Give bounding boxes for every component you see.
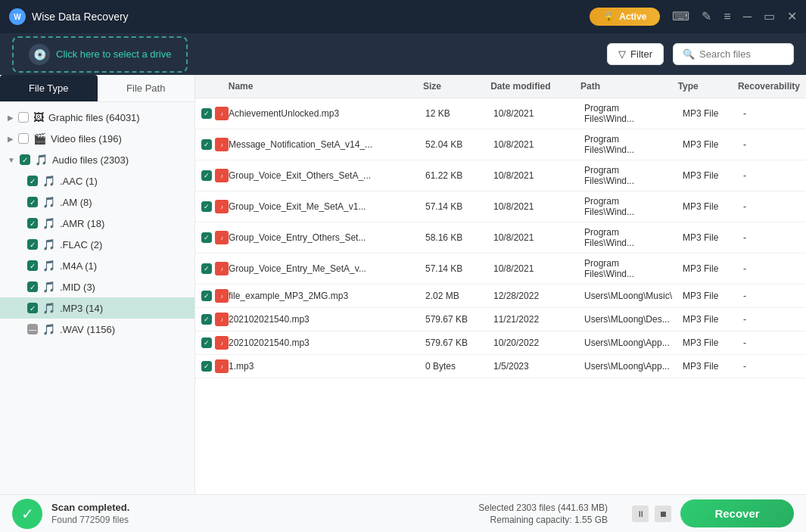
keyboard-icon[interactable]: ⌨	[672, 11, 689, 23]
mp3-icon: 🎵	[42, 302, 55, 314]
file-checkbox-6[interactable]: ✓	[201, 291, 212, 301]
table-row[interactable]: ✓ ♪ 1.mp3 0 Bytes 1/5/2023 Users\MLoong\…	[195, 355, 806, 378]
row-name-9: 1.mp3	[223, 361, 419, 372]
tree-item-video[interactable]: ▶ 🎬 Video files (196)	[0, 128, 194, 149]
tree-item-m4a[interactable]: ✓ 🎵 .M4A (1)	[0, 255, 194, 276]
row-name-6: file_example_MP3_2MG.mp3	[223, 291, 419, 301]
table-row[interactable]: ✓ ♪ Message_Notification_SetA_v14_... 52…	[195, 129, 806, 160]
row-check-8[interactable]: ✓ ♪	[195, 336, 223, 350]
row-path-8: Users\MLoong\App...	[578, 338, 677, 348]
row-size-8: 579.67 KB	[419, 338, 487, 348]
amr-icon: 🎵	[42, 217, 55, 229]
aac-checkbox[interactable]: ✓	[27, 176, 38, 186]
tree-item-wav[interactable]: — 🎵 .WAV (1156)	[0, 319, 194, 340]
filelist-body: ✓ ♪ AchievementUnlocked.mp3 12 KB 10/8/2…	[195, 98, 806, 494]
bottombar: ✓ Scan completed. Found 772509 files Sel…	[0, 494, 806, 532]
file-checkbox-5[interactable]: ✓	[201, 263, 212, 274]
tab-filetype[interactable]: File Type	[0, 75, 98, 101]
header-size: Size	[417, 81, 484, 92]
header-path: Path	[574, 81, 672, 92]
menu-icon[interactable]: ≡	[724, 11, 730, 23]
table-row[interactable]: ✓ ♪ 202102021540.mp3 579.67 KB 10/20/202…	[195, 331, 806, 355]
row-type-2: MP3 File	[677, 170, 737, 181]
tree-item-audio[interactable]: ▼ ✓ 🎵 Audio files (2303)	[0, 149, 194, 170]
row-check-6[interactable]: ✓ ♪	[195, 289, 223, 303]
video-checkbox[interactable]	[18, 133, 29, 144]
tree-item-amr[interactable]: ✓ 🎵 .AMR (18)	[0, 213, 194, 234]
row-check-9[interactable]: ✓ ♪	[195, 359, 223, 373]
tree-item-flac[interactable]: ✓ 🎵 .FLAC (2)	[0, 234, 194, 255]
row-recoverability-6: -	[737, 291, 806, 301]
active-button[interactable]: 🔒 Active	[590, 8, 660, 26]
file-checkbox-9[interactable]: ✓	[201, 361, 212, 372]
search-input[interactable]	[699, 48, 784, 60]
search-box[interactable]: 🔍	[673, 43, 794, 65]
stop-button[interactable]: ⏹	[655, 506, 671, 522]
file-checkbox-4[interactable]: ✓	[201, 232, 212, 243]
mp3-checkbox[interactable]: ✓	[27, 303, 38, 313]
file-checkbox-0[interactable]: ✓	[201, 108, 212, 119]
row-check-1[interactable]: ✓ ♪	[195, 138, 223, 151]
table-row[interactable]: ✓ ♪ Group_Voice_Exit_Me_SetA_v1... 57.14…	[195, 191, 806, 222]
maximize-icon[interactable]: ▭	[764, 11, 775, 23]
mid-checkbox[interactable]: ✓	[27, 282, 38, 292]
sidebar: File Type File Path ▶ 🖼 Graphic files (6…	[0, 75, 195, 494]
row-date-7: 11/21/2022	[487, 314, 578, 325]
minimize-icon[interactable]: ─	[743, 11, 752, 23]
drive-select-button[interactable]: 💿 Click here to select a drive	[12, 36, 188, 73]
row-type-0: MP3 File	[677, 108, 737, 119]
row-date-4: 10/8/2021	[487, 232, 578, 243]
am-checkbox[interactable]: ✓	[27, 197, 38, 207]
recover-button[interactable]: Recover	[680, 499, 794, 527]
table-row[interactable]: ✓ ♪ file_example_MP3_2MG.mp3 2.02 MB 12/…	[195, 285, 806, 308]
row-type-6: MP3 File	[677, 291, 737, 301]
tree-item-aac[interactable]: ✓ 🎵 .AAC (1)	[0, 170, 194, 191]
table-row[interactable]: ✓ ♪ 202102021540.mp3 579.67 KB 11/21/202…	[195, 308, 806, 331]
tab-filepath[interactable]: File Path	[98, 75, 195, 101]
close-icon[interactable]: ✕	[787, 11, 797, 23]
m4a-checkbox[interactable]: ✓	[27, 260, 38, 271]
row-date-0: 10/8/2021	[487, 108, 578, 119]
tree-item-am[interactable]: ✓ 🎵 .AM (8)	[0, 191, 194, 213]
row-recoverability-7: -	[737, 314, 806, 325]
file-checkbox-3[interactable]: ✓	[201, 201, 212, 212]
audio-checkbox[interactable]: ✓	[20, 154, 30, 165]
filter-button[interactable]: ▽ Filter	[607, 43, 664, 65]
flac-checkbox[interactable]: ✓	[27, 239, 38, 250]
table-row[interactable]: ✓ ♪ Group_Voice_Exit_Others_SetA_... 61.…	[195, 160, 806, 191]
graphic-checkbox[interactable]	[18, 112, 29, 123]
row-check-7[interactable]: ✓ ♪	[195, 313, 223, 326]
tree-item-mid[interactable]: ✓ 🎵 .MID (3)	[0, 276, 194, 297]
wav-checkbox[interactable]: —	[27, 324, 38, 334]
row-recoverability-2: -	[737, 170, 806, 181]
amr-checkbox[interactable]: ✓	[27, 218, 38, 229]
row-name-1: Message_Notification_SetA_v14_...	[223, 139, 419, 150]
edit-icon[interactable]: ✎	[702, 11, 711, 23]
table-row[interactable]: ✓ ♪ AchievementUnlocked.mp3 12 KB 10/8/2…	[195, 98, 806, 129]
header-type: Type	[672, 81, 732, 92]
row-check-2[interactable]: ✓ ♪	[195, 169, 223, 182]
file-checkbox-8[interactable]: ✓	[201, 338, 212, 348]
file-checkbox-7[interactable]: ✓	[201, 314, 212, 325]
tree-item-graphic[interactable]: ▶ 🖼 Graphic files (64031)	[0, 107, 194, 128]
scan-found-label: Found 772509 files	[51, 515, 129, 525]
file-checkbox-1[interactable]: ✓	[201, 139, 212, 150]
row-path-4: Program Files\Wind...	[578, 227, 677, 248]
window-controls: ⌨ ✎ ≡ ─ ▭ ✕	[672, 11, 797, 23]
drivebar: 💿 Click here to select a drive ▽ Filter …	[0, 33, 806, 75]
wav-icon: 🎵	[42, 323, 55, 335]
row-check-4[interactable]: ✓ ♪	[195, 231, 223, 244]
row-size-9: 0 Bytes	[419, 361, 487, 372]
header-check	[195, 81, 223, 92]
row-recoverability-0: -	[737, 108, 806, 119]
table-row[interactable]: ✓ ♪ Group_Voice_Entry_Me_SetA_v... 57.14…	[195, 254, 806, 285]
row-date-3: 10/8/2021	[487, 201, 578, 212]
file-checkbox-2[interactable]: ✓	[201, 170, 212, 181]
row-check-3[interactable]: ✓ ♪	[195, 200, 223, 213]
tree-item-mp3[interactable]: ✓ 🎵 .MP3 (14)	[0, 297, 194, 319]
table-row[interactable]: ✓ ♪ Group_Voice_Entry_Others_Set... 58.1…	[195, 222, 806, 254]
row-check-5[interactable]: ✓ ♪	[195, 262, 223, 275]
row-recoverability-3: -	[737, 201, 806, 212]
pause-button[interactable]: ⏸	[632, 506, 649, 522]
row-check-0[interactable]: ✓ ♪	[195, 107, 223, 120]
